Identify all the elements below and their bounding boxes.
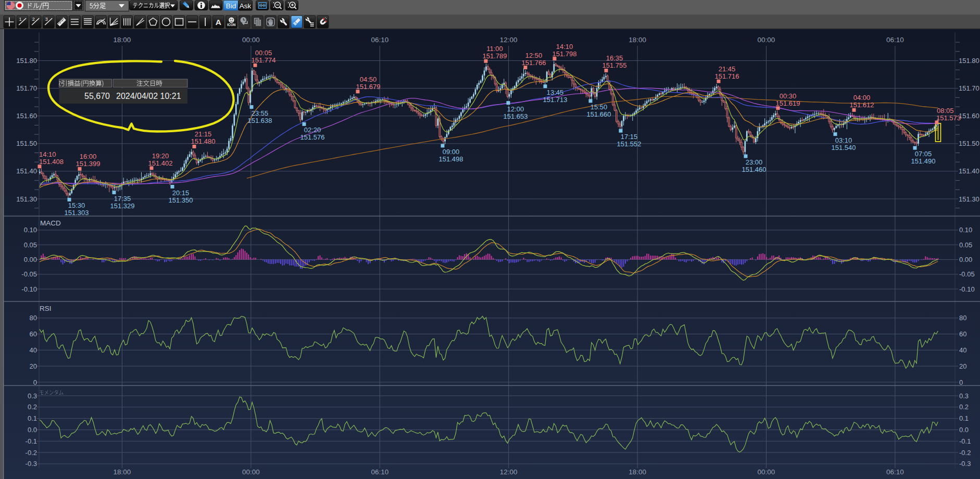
svg-text:00:00: 00:00 xyxy=(758,36,775,44)
svg-text:-0.3: -0.3 xyxy=(26,460,37,468)
svg-text:-0.2: -0.2 xyxy=(959,449,971,457)
svg-text:12:00: 12:00 xyxy=(507,105,524,113)
svg-text:03:10: 03:10 xyxy=(835,136,852,144)
svg-text:06:10: 06:10 xyxy=(371,36,388,44)
svg-text:0.1: 0.1 xyxy=(28,414,37,422)
svg-text:151.40: 151.40 xyxy=(16,167,37,175)
svg-text:15:50: 15:50 xyxy=(590,103,608,111)
svg-text:-0.1: -0.1 xyxy=(959,437,971,445)
svg-text:1: 1 xyxy=(19,17,22,22)
svg-text:12:50: 12:50 xyxy=(525,52,543,59)
svg-text:06:10: 06:10 xyxy=(371,468,388,476)
svg-text:151.80: 151.80 xyxy=(959,57,979,65)
svg-text:151.399: 151.399 xyxy=(76,160,100,168)
svg-text:151.713: 151.713 xyxy=(543,96,568,104)
svg-text:16:00: 16:00 xyxy=(80,153,97,160)
svg-text:00:05: 00:05 xyxy=(255,49,272,57)
svg-text:0: 0 xyxy=(959,379,963,386)
svg-text:Ask: Ask xyxy=(240,2,252,10)
svg-text:00:00: 00:00 xyxy=(242,36,260,44)
svg-text:-0.1: -0.1 xyxy=(26,437,37,445)
svg-text:2: 2 xyxy=(32,17,35,22)
svg-text:20:15: 20:15 xyxy=(172,189,190,197)
svg-text:17:15: 17:15 xyxy=(621,133,638,141)
svg-text:-0.10: -0.10 xyxy=(959,285,975,293)
svg-text:19:20: 19:20 xyxy=(152,152,169,160)
svg-text:151.70: 151.70 xyxy=(16,84,37,92)
svg-text:0.10: 0.10 xyxy=(959,226,972,234)
svg-text:80: 80 xyxy=(959,314,966,322)
svg-text:151.498: 151.498 xyxy=(439,155,463,163)
svg-text:151.40: 151.40 xyxy=(959,167,979,175)
svg-text:16:35: 16:35 xyxy=(606,54,623,62)
svg-text:151.480: 151.480 xyxy=(191,137,216,145)
svg-text:18:00: 18:00 xyxy=(629,468,646,476)
svg-text:0.2: 0.2 xyxy=(959,403,969,411)
svg-text:151.540: 151.540 xyxy=(832,144,856,152)
svg-text:18:00: 18:00 xyxy=(629,36,646,44)
svg-text:151.490: 151.490 xyxy=(911,157,936,165)
svg-text:151.653: 151.653 xyxy=(504,112,528,120)
svg-text:0.0: 0.0 xyxy=(28,426,37,434)
svg-text:151.766: 151.766 xyxy=(522,59,546,67)
svg-text:07:05: 07:05 xyxy=(915,150,932,158)
svg-text:21:45: 21:45 xyxy=(719,65,736,73)
svg-text:00:00: 00:00 xyxy=(242,468,260,476)
svg-text:ICON: ICON xyxy=(227,23,236,27)
svg-text:151.619: 151.619 xyxy=(776,99,800,107)
svg-text:02:20: 02:20 xyxy=(304,126,321,134)
svg-text:12:00: 12:00 xyxy=(500,36,518,44)
svg-text:0.00: 0.00 xyxy=(24,256,37,263)
svg-text:151.460: 151.460 xyxy=(742,166,767,173)
svg-text:55,670: 55,670 xyxy=(84,92,110,100)
svg-text:14:10: 14:10 xyxy=(556,43,573,51)
svg-text:0.1: 0.1 xyxy=(959,414,969,422)
svg-text:23:55: 23:55 xyxy=(252,109,269,117)
svg-text:151.716: 151.716 xyxy=(715,72,739,80)
svg-text:151.755: 151.755 xyxy=(602,61,627,69)
svg-text:60: 60 xyxy=(959,330,966,338)
svg-text:151.80: 151.80 xyxy=(16,57,37,65)
svg-text:18:00: 18:00 xyxy=(114,36,131,44)
svg-text:0: 0 xyxy=(33,379,37,386)
svg-text:151.408: 151.408 xyxy=(39,158,64,166)
svg-text:151.60: 151.60 xyxy=(959,112,979,120)
svg-text:-0.05: -0.05 xyxy=(21,270,37,278)
svg-text:151.329: 151.329 xyxy=(110,202,135,210)
svg-text:0.10: 0.10 xyxy=(24,226,37,234)
svg-text:151.50: 151.50 xyxy=(16,140,37,147)
svg-text:151.402: 151.402 xyxy=(148,159,173,167)
svg-text:A: A xyxy=(216,18,221,27)
svg-text:08:05: 08:05 xyxy=(937,107,954,115)
svg-text:-0.10: -0.10 xyxy=(21,285,37,293)
svg-text:14:10: 14:10 xyxy=(39,150,56,158)
svg-text:151.798: 151.798 xyxy=(552,50,577,58)
svg-text:-0.3: -0.3 xyxy=(959,460,971,468)
svg-text:151.303: 151.303 xyxy=(65,209,89,217)
svg-text:06:10: 06:10 xyxy=(886,468,904,476)
svg-text:151.789: 151.789 xyxy=(483,52,507,60)
svg-text:00:30: 00:30 xyxy=(780,92,797,100)
svg-text:06:10: 06:10 xyxy=(886,36,904,44)
svg-text:11:00: 11:00 xyxy=(486,45,503,53)
svg-text:21:15: 21:15 xyxy=(195,130,212,138)
svg-text:18:00: 18:00 xyxy=(114,468,131,476)
svg-text:151.612: 151.612 xyxy=(850,101,874,109)
svg-text:0.05: 0.05 xyxy=(959,241,972,249)
svg-text:151.30: 151.30 xyxy=(16,195,37,203)
svg-text:151.552: 151.552 xyxy=(617,140,642,148)
svg-text:-0.05: -0.05 xyxy=(959,270,975,278)
svg-text:13:45: 13:45 xyxy=(547,89,564,96)
svg-text:151.573: 151.573 xyxy=(936,114,961,122)
svg-text:3: 3 xyxy=(45,17,48,22)
svg-text:04:00: 04:00 xyxy=(853,94,871,102)
svg-text:0.3: 0.3 xyxy=(28,392,37,400)
svg-text:80: 80 xyxy=(30,314,37,322)
svg-text:151.70: 151.70 xyxy=(959,84,979,92)
svg-text:151.30: 151.30 xyxy=(959,195,979,203)
svg-text:0.00: 0.00 xyxy=(959,256,972,263)
svg-text:04:50: 04:50 xyxy=(360,75,377,83)
svg-text:151.660: 151.660 xyxy=(587,110,611,118)
svg-text:151.50: 151.50 xyxy=(959,140,979,147)
svg-text:23:00: 23:00 xyxy=(746,158,763,166)
